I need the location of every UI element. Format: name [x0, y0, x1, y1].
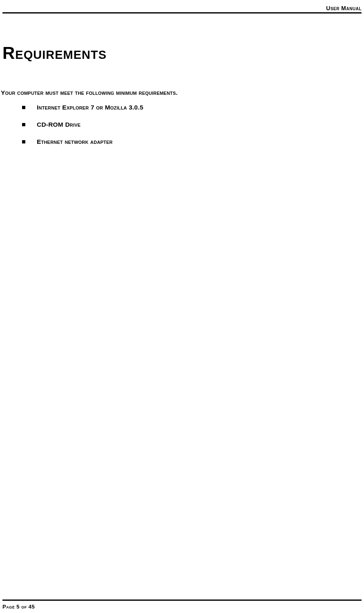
bullet-text: CD-ROM Drive — [37, 121, 80, 128]
list-item: CD-ROM Drive — [22, 121, 348, 128]
bullet-icon — [22, 140, 25, 143]
footer-rule — [2, 600, 362, 601]
header-label: User Manual — [326, 5, 362, 11]
bullet-list: Internet Explorer 7 or Mozilla 3.0.5 CD-… — [22, 104, 348, 155]
intro-text: Your computer must meet the following mi… — [1, 89, 178, 96]
bullet-icon — [22, 106, 25, 109]
list-item: Internet Explorer 7 or Mozilla 3.0.5 — [22, 104, 348, 111]
page-title: Requirements — [2, 43, 107, 63]
bullet-text: Ethernet network adapter — [37, 138, 113, 145]
footer-page-number: Page 5 of 45 — [2, 604, 35, 610]
header-rule — [2, 12, 362, 13]
bullet-icon — [22, 123, 25, 126]
bullet-text: Internet Explorer 7 or Mozilla 3.0.5 — [37, 104, 143, 111]
list-item: Ethernet network adapter — [22, 138, 348, 145]
